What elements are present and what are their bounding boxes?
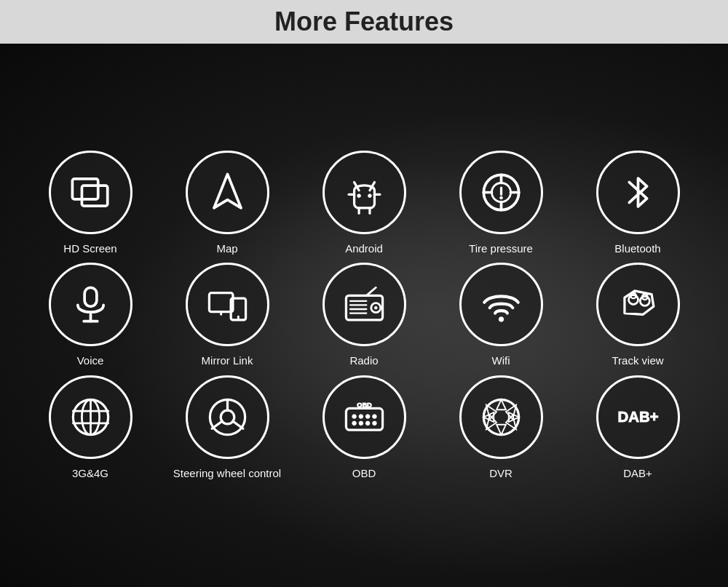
feature-tire-pressure: Tire pressure xyxy=(443,151,559,256)
feature-circle-dvr xyxy=(459,375,543,459)
radio-icon xyxy=(341,281,388,328)
android-icon xyxy=(341,169,388,216)
feature-label-bluetooth: Bluetooth xyxy=(614,241,660,256)
svg-line-33 xyxy=(366,288,376,296)
svg-point-55 xyxy=(359,421,363,426)
feature-circle-tire-pressure xyxy=(459,151,543,234)
feature-label-obd: OBD xyxy=(352,466,376,481)
svg-point-4 xyxy=(368,194,371,198)
svg-text:OBD: OBD xyxy=(357,401,372,408)
svg-line-48 xyxy=(232,421,242,428)
steering-wheel-icon xyxy=(204,394,251,441)
features-row-3: 3G&4G Steering wheel control xyxy=(22,375,706,481)
mirror-link-icon xyxy=(204,281,251,328)
feature-circle-track-view xyxy=(596,263,680,346)
svg-point-57 xyxy=(372,421,376,426)
feature-label-3g4g: 3G&4G xyxy=(72,466,108,481)
feature-circle-map xyxy=(186,151,269,234)
3g4g-icon xyxy=(67,394,114,441)
feature-3g4g: 3G&4G xyxy=(32,375,149,481)
feature-label-android: Android xyxy=(345,241,383,256)
dab-icon: DAB+ xyxy=(614,394,662,441)
feature-label-map: Map xyxy=(216,241,237,256)
feature-bluetooth: Bluetooth xyxy=(579,151,696,256)
hd-screen-icon xyxy=(67,169,114,216)
svg-point-3 xyxy=(357,194,360,198)
svg-point-56 xyxy=(365,421,370,426)
features-row-2: Voice Mirror Link xyxy=(22,263,706,368)
features-grid: HD Screen Map xyxy=(22,151,706,481)
feature-radio: Radio xyxy=(306,263,422,368)
features-row-1: HD Screen Map xyxy=(22,151,706,256)
svg-point-51 xyxy=(359,415,363,419)
svg-point-53 xyxy=(372,415,376,419)
feature-label-steering-wheel: Steering wheel control xyxy=(173,466,281,481)
feature-circle-hd-screen xyxy=(49,151,132,234)
feature-circle-steering-wheel xyxy=(186,375,269,459)
feature-label-hd-screen: HD Screen xyxy=(63,241,116,256)
svg-point-32 xyxy=(374,307,377,310)
feature-label-voice: Voice xyxy=(77,354,104,368)
feature-label-mirror-link: Mirror Link xyxy=(202,354,253,368)
svg-point-34 xyxy=(499,317,504,322)
svg-rect-22 xyxy=(209,293,233,312)
feature-mirror-link: Mirror Link xyxy=(169,263,285,368)
feature-hd-screen: HD Screen xyxy=(32,151,149,256)
feature-voice: Voice xyxy=(32,263,149,368)
svg-rect-1 xyxy=(82,185,107,206)
svg-point-52 xyxy=(365,415,370,419)
svg-point-18 xyxy=(499,196,502,199)
tire-pressure-icon xyxy=(478,169,525,216)
svg-point-54 xyxy=(352,421,356,426)
feature-label-radio: Radio xyxy=(349,354,378,368)
feature-circle-wifi xyxy=(459,263,543,346)
svg-rect-19 xyxy=(84,288,97,307)
svg-point-50 xyxy=(352,415,356,419)
svg-rect-0 xyxy=(72,179,98,199)
feature-circle-android xyxy=(323,151,406,234)
feature-circle-radio xyxy=(323,263,406,346)
feature-circle-dab: DAB+ xyxy=(596,375,680,459)
track-view-icon xyxy=(614,281,662,328)
feature-android: Android xyxy=(306,151,422,256)
svg-marker-2 xyxy=(213,174,240,207)
feature-dvr: DVR xyxy=(443,375,559,481)
wifi-icon xyxy=(478,281,525,328)
feature-label-tire-pressure: Tire pressure xyxy=(469,241,533,256)
page-header: More Features xyxy=(0,0,728,44)
feature-label-track-view: Track view xyxy=(612,354,663,368)
feature-map: Map xyxy=(169,151,285,256)
obd-icon: OBD xyxy=(341,394,388,441)
feature-steering-wheel: Steering wheel control xyxy=(169,375,285,481)
feature-circle-bluetooth xyxy=(596,151,680,234)
feature-obd: OBD OBD xyxy=(306,375,422,481)
feature-circle-voice xyxy=(49,263,132,346)
feature-track-view: Track view xyxy=(579,263,696,368)
feature-label-dvr: DVR xyxy=(489,466,513,481)
feature-label-dab: DAB+ xyxy=(623,466,652,481)
feature-circle-obd: OBD xyxy=(323,375,406,459)
bluetooth-icon xyxy=(614,169,662,216)
feature-circle-mirror-link xyxy=(186,263,269,346)
map-icon xyxy=(204,169,251,216)
voice-icon xyxy=(67,281,114,328)
dvr-icon xyxy=(478,394,525,441)
feature-label-wifi: Wifi xyxy=(492,354,510,368)
features-content: HD Screen Map xyxy=(0,44,728,587)
feature-circle-3g4g xyxy=(49,375,132,459)
svg-line-47 xyxy=(212,421,222,428)
page-title: More Features xyxy=(274,7,454,37)
feature-wifi: Wifi xyxy=(443,263,559,368)
svg-rect-49 xyxy=(346,408,382,430)
svg-text:DAB+: DAB+ xyxy=(617,409,658,425)
feature-dab: DAB+ DAB+ xyxy=(579,375,696,481)
